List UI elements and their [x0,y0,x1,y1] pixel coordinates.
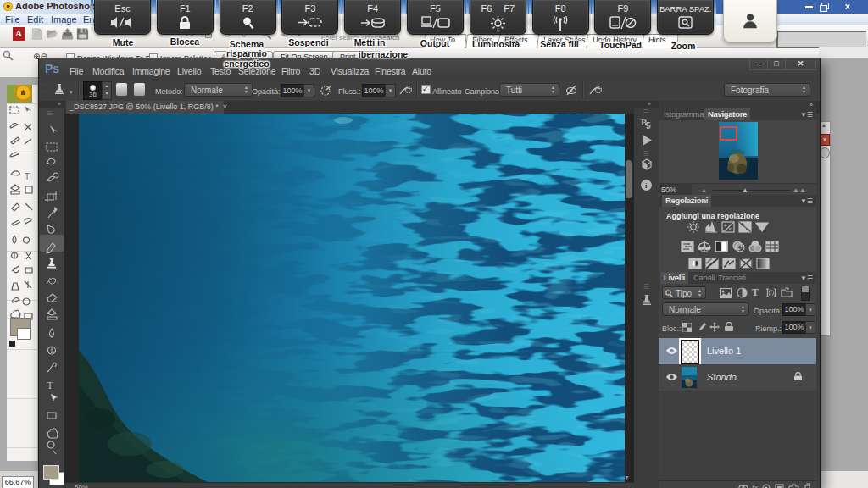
svg-text:T: T [47,379,53,391]
svg-text:T: T [25,172,30,181]
svg-text:fx: fx [752,484,759,488]
svg-text:5: 5 [646,121,651,130]
